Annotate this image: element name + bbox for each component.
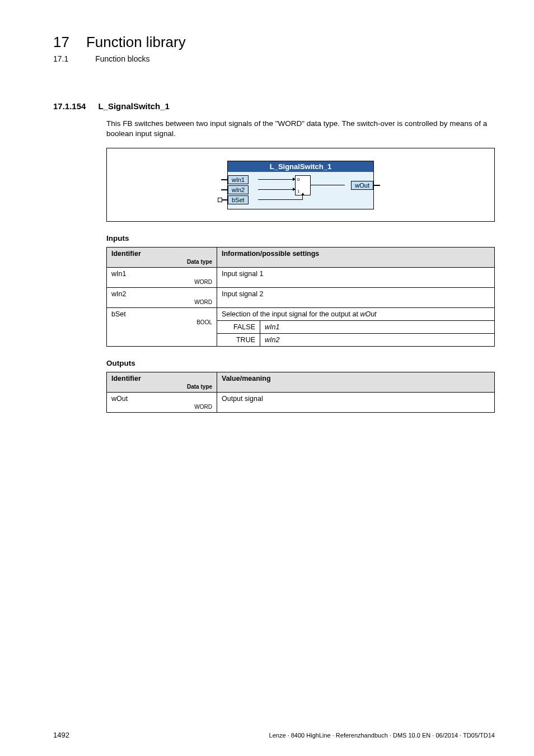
table-row: bSet BOOL Selection of the input signal … xyxy=(107,308,495,321)
row-info-italic: wOut xyxy=(360,310,376,318)
inputs-table: Identifier Data type Information/possibl… xyxy=(106,247,495,347)
sub-val: wIn2 xyxy=(260,334,495,347)
table-row: wIn2 WORD Input signal 2 xyxy=(107,288,495,308)
separator-line: _ _ _ _ _ _ _ _ _ _ _ _ _ _ _ _ _ _ _ _ … xyxy=(53,77,495,86)
col-datatype: Data type xyxy=(111,384,212,390)
row-info: Output signal xyxy=(217,393,495,413)
col-identifier: Identifier xyxy=(111,375,141,382)
col-identifier: Identifier xyxy=(111,250,141,258)
inputs-heading: Inputs xyxy=(106,234,495,242)
table-row: wIn1 WORD Input signal 1 xyxy=(107,268,495,288)
section-description: This FB switches between two input signa… xyxy=(106,119,495,139)
row-dtype: WORD xyxy=(111,404,212,410)
outputs-heading: Outputs xyxy=(106,359,495,367)
mux-label-1: 1 xyxy=(297,189,299,194)
row-dtype: WORD xyxy=(111,299,212,305)
row-info: Input signal 1 xyxy=(217,268,495,288)
fb-block: L_SignalSwitch_1 wIn1 wIn2 bSet xyxy=(227,161,374,209)
chapter-title: Function library xyxy=(86,34,186,51)
mux-label-0: 0 xyxy=(297,177,299,182)
row-id: wIn1 xyxy=(111,270,126,278)
port-bset: bSet xyxy=(228,195,249,204)
page-number: 1492 xyxy=(53,731,69,739)
fb-title: L_SignalSwitch_1 xyxy=(228,161,373,172)
col-info: Information/possible settings xyxy=(217,248,495,268)
sub-val: wIn1 xyxy=(260,321,495,334)
row-dtype: BOOL xyxy=(111,319,212,325)
function-block-diagram: L_SignalSwitch_1 wIn1 wIn2 bSet xyxy=(106,148,495,222)
section-title: Function blocks xyxy=(95,54,149,63)
col-datatype: Data type xyxy=(111,259,212,265)
row-dtype: WORD xyxy=(111,279,212,285)
table-row: wOut WORD Output signal xyxy=(107,393,495,413)
sub-key: TRUE xyxy=(217,334,260,347)
subsection-title: L_SignalSwitch_1 xyxy=(98,101,170,111)
row-id: bSet xyxy=(111,310,126,318)
port-wout: wOut xyxy=(351,181,373,190)
section-number: 17.1 xyxy=(53,54,68,63)
chapter-number: 17 xyxy=(53,34,69,51)
footer-doc-info: Lenze · 8400 HighLine · Referenzhandbuch… xyxy=(269,732,495,739)
row-info: Selection of the input signal for the ou… xyxy=(222,310,358,318)
row-id: wOut xyxy=(111,395,128,403)
col-info: Value/meaning xyxy=(217,372,495,393)
outputs-table: Identifier Data type Value/meaning wOut … xyxy=(106,372,495,413)
port-win2: wIn2 xyxy=(228,185,249,194)
sub-key: FALSE xyxy=(217,321,260,334)
row-id: wIn2 xyxy=(111,290,126,298)
subsection-number: 17.1.154 xyxy=(53,101,86,111)
row-info: Input signal 2 xyxy=(217,288,495,308)
port-win1: wIn1 xyxy=(228,175,249,184)
